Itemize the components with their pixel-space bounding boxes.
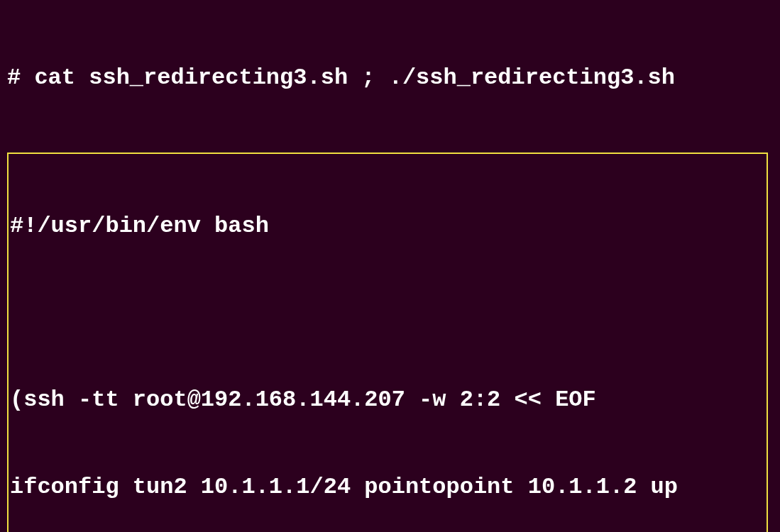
script-line: ifconfig tun2 10.1.1.1/24 pointopoint 10…	[9, 473, 767, 502]
terminal-window[interactable]: # cat ssh_redirecting3.sh ; ./ssh_redire…	[0, 0, 780, 532]
command-text: cat ssh_redirecting3.sh ; ./ssh_redirect…	[34, 65, 675, 91]
script-line: (ssh -tt root@192.168.144.207 -w 2:2 << …	[9, 386, 767, 415]
script-line: #!/usr/bin/env bash	[9, 212, 767, 241]
prompt-symbol: #	[7, 65, 21, 91]
script-contents-box: #!/usr/bin/env bash (ssh -tt root@192.16…	[7, 153, 768, 532]
command-line: # cat ssh_redirecting3.sh ; ./ssh_redire…	[7, 64, 773, 93]
script-blank-line	[9, 299, 767, 328]
